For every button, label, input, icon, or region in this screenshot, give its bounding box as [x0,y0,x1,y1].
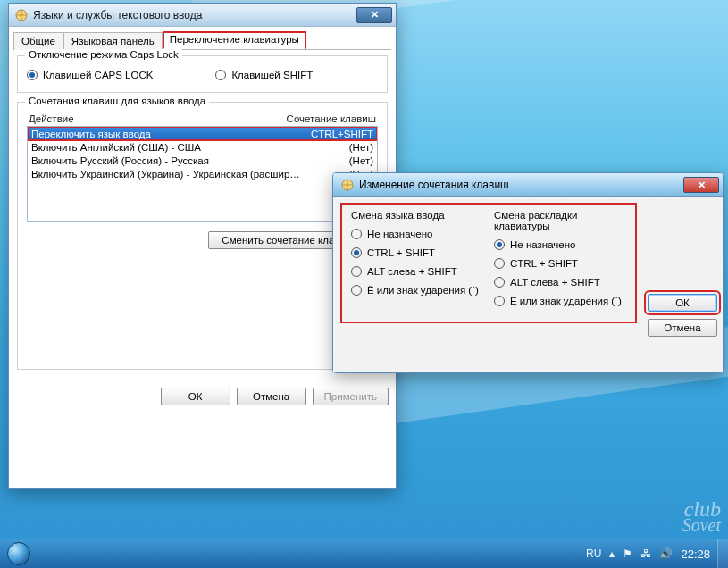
col-input-language: Смена языка ввода Не назначено CTRL + SH… [346,206,489,318]
radio-grave[interactable]: Ё или знак ударения (`) [494,296,626,306]
close-button[interactable]: ✕ [683,177,719,193]
item-action: Включить Английский (США) - США [31,142,349,153]
item-combo: (Нет) [349,155,373,166]
radio-none[interactable]: Не назначено [494,239,626,250]
radio-dot-icon [494,296,505,306]
radio-dot-icon [494,258,505,269]
radio-shift-key[interactable]: Клавишей SHIFT [215,70,313,80]
radio-label: Клавишей CAPS LOCK [43,70,153,80]
cancel-button[interactable]: Отмена [237,388,306,405]
close-button[interactable]: ✕ [356,7,392,23]
radio-dot-icon [494,239,505,250]
windows-orb-icon [7,542,30,565]
radio-none[interactable]: Не назначено [351,229,483,239]
radio-label: CTRL + SHIFT [510,258,578,269]
radio-label: CTRL + SHIFT [367,247,435,258]
start-button[interactable] [0,539,38,569]
apply-button[interactable]: Применить [313,388,389,405]
col-action: Действие [29,113,287,124]
titlebar[interactable]: Изменение сочетания клавиш ✕ [333,173,723,197]
radio-caps-lock-key[interactable]: Клавишей CAPS LOCK [27,70,153,80]
watermark-line2: Sovet [682,516,721,534]
radio-dot-icon [494,277,505,288]
list-item[interactable]: Включить Английский (США) - США (Нет) [28,140,377,154]
titlebar[interactable]: Языки и службы текстового ввода ✕ [9,4,396,27]
col-keyboard-layout: Смена раскладки клавиатуры Не назначено … [489,206,632,318]
window-title: Изменение сочетания клавиш [359,179,509,191]
group-lang-legend: Сочетания клавиш для языков ввода [25,96,209,106]
cancel-button[interactable]: Отмена [648,319,717,337]
flag-icon[interactable]: ⚑ [623,547,632,560]
radio-dot-icon [351,285,362,296]
list-item[interactable]: Включить Украинский (Украина) - Украинск… [28,167,377,180]
list-header: Действие Сочетание клавиш [27,113,378,126]
radio-dot-icon [27,70,38,80]
hotkey-list[interactable]: Переключить язык ввода CTRL+SHIFT Включи… [27,126,378,222]
radio-ctrl-shift[interactable]: CTRL + SHIFT [351,247,483,258]
radio-label: Ё или знак ударения (`) [367,285,479,296]
item-action: Переключить язык ввода [31,129,311,139]
list-item[interactable]: Переключить язык ввода CTRL+SHIFT [28,127,377,140]
radio-dot-icon [351,247,362,258]
system-tray: RU ▴ ⚑ 🖧 🔊 22:28 [586,547,717,561]
radio-alt-shift[interactable]: ALT слева + SHIFT [351,266,483,277]
col-title: Смена языка ввода [351,210,483,221]
item-action: Включить Украинский (Украина) - Украинск… [31,169,349,180]
item-combo: CTRL+SHIFT [311,129,373,139]
radio-label: Ё или знак ударения (`) [510,296,622,306]
radio-label: Не назначено [367,229,432,239]
app-icon [340,178,355,192]
group-caps-legend: Отключение режима Caps Lock [25,49,182,60]
radio-label: Не назначено [510,239,575,250]
ok-button[interactable]: ОК [648,294,717,312]
app-icon [14,8,29,22]
radio-label: ALT слева + SHIFT [367,266,457,277]
watermark-line1: club [684,497,721,521]
radio-dot-icon [351,266,362,277]
watermark: club Sovet [682,500,721,534]
dialog-footer: ОК Отмена Применить [9,379,396,414]
radio-label: ALT слева + SHIFT [510,277,600,288]
window-title: Языки и службы текстового ввода [33,9,202,21]
item-combo: (Нет) [349,142,373,153]
group-caps-lock: Отключение режима Caps Lock Клавишей CAP… [17,55,388,93]
taskbar[interactable]: RU ▴ ⚑ 🖧 🔊 22:28 [0,539,728,568]
radio-dot-icon [215,70,226,80]
network-icon[interactable]: 🖧 [640,547,651,560]
ok-button[interactable]: ОК [161,388,230,405]
show-hidden-icons-icon[interactable]: ▴ [609,547,615,560]
clock[interactable]: 22:28 [681,547,710,561]
tab-general[interactable]: Общие [13,32,63,50]
tab-keyboard-switching[interactable]: Переключение клавиатуры [163,31,306,49]
col-combo: Сочетание клавиш [287,113,376,124]
list-item[interactable]: Включить Русский (Россия) - Русская (Нет… [28,154,377,167]
volume-icon[interactable]: 🔊 [659,547,673,560]
lang-indicator[interactable]: RU [586,547,601,560]
show-desktop-button[interactable] [717,539,728,569]
col-title: Смена раскладки клавиатуры [494,210,626,231]
item-action: Включить Русский (Россия) - Русская [31,155,349,166]
radio-label: Клавишей SHIFT [231,70,313,80]
tab-language-bar[interactable]: Языковая панель [63,32,163,50]
dialog2-buttons: ОК Отмена [648,294,715,337]
hotkey-columns: Смена языка ввода Не назначено CTRL + SH… [340,203,637,323]
radio-dot-icon [351,229,362,239]
radio-grave[interactable]: Ё или знак ударения (`) [351,285,483,296]
radio-ctrl-shift[interactable]: CTRL + SHIFT [494,258,626,269]
dialog-change-hotkey: Изменение сочетания клавиш ✕ Смена языка… [332,172,724,373]
tabstrip: Общие Языковая панель Переключение клави… [13,31,391,50]
radio-alt-shift[interactable]: ALT слева + SHIFT [494,277,626,288]
